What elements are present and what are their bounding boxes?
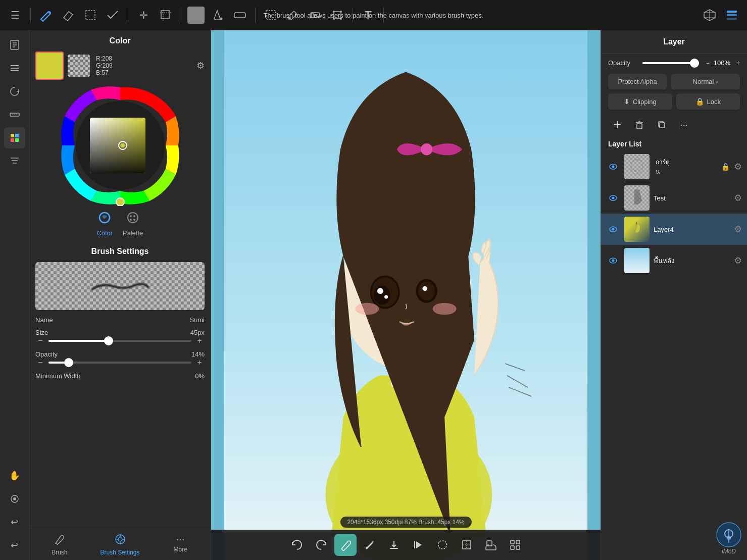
- svg-point-79: [433, 303, 457, 315]
- canvas-status-bar: 2048*1536px 350dpi 87% Brush: 45px 14%: [340, 517, 471, 528]
- svg-point-104: [612, 166, 615, 168]
- separator-3: [181, 8, 181, 23]
- brush-settings-section: Brush Settings ‹ › Name Sumi Size: [29, 247, 211, 391]
- add-layer-btn[interactable]: [608, 116, 626, 134]
- hand-tool-btn[interactable]: ✋: [4, 465, 25, 486]
- layer-visibility-4[interactable]: [606, 253, 620, 268]
- canvas-stamp-btn[interactable]: [480, 534, 502, 556]
- layer-visibility-2[interactable]: [606, 191, 620, 205]
- color-tab[interactable]: Color: [97, 211, 113, 237]
- layer-settings-2[interactable]: ⚙: [734, 192, 742, 203]
- secondary-color-swatch[interactable]: [68, 55, 90, 77]
- canvas-redo-btn[interactable]: [310, 534, 332, 556]
- canvas-eyedropper-btn[interactable]: [359, 534, 381, 556]
- svg-point-72: [374, 286, 390, 305]
- svg-point-56: [133, 219, 135, 221]
- more-layer-options-btn[interactable]: ···: [675, 116, 693, 134]
- size-thumb[interactable]: [104, 336, 113, 345]
- canvas-play-btn[interactable]: [407, 534, 429, 556]
- color-panel-btn[interactable]: [4, 127, 25, 148]
- color-fill-box[interactable]: [187, 7, 205, 24]
- layer-settings-1[interactable]: ⚙: [734, 161, 742, 172]
- layer-visibility-3[interactable]: [606, 222, 620, 236]
- svg-rect-33: [11, 134, 14, 137]
- canvas-brush-btn[interactable]: [334, 534, 357, 556]
- history-panel-btn[interactable]: [4, 81, 25, 102]
- selection-tool-icon[interactable]: [81, 6, 99, 24]
- canvas-lasso-btn[interactable]: [431, 534, 454, 556]
- color-settings-btn[interactable]: ⚙: [196, 60, 205, 71]
- 3d-icon[interactable]: [701, 6, 719, 24]
- move-tool-icon[interactable]: ✛: [134, 6, 153, 24]
- filter-panel-btn[interactable]: [4, 150, 25, 172]
- smear-tool-icon[interactable]: [231, 6, 249, 24]
- primary-color-swatch[interactable]: [35, 52, 64, 80]
- opacity-track[interactable]: [48, 362, 191, 364]
- brush-settings-tab-icon: [114, 533, 126, 548]
- brush-opacity-slider[interactable]: − +: [35, 358, 205, 367]
- brush-tab[interactable]: Brush: [29, 529, 90, 560]
- layer-visibility-1[interactable]: [606, 160, 620, 174]
- eyedropper-tool-btn[interactable]: [4, 488, 25, 510]
- layer-opacity-plus[interactable]: +: [736, 60, 740, 67]
- delete-layer-btn[interactable]: [630, 116, 649, 134]
- brush-size-slider[interactable]: − +: [35, 336, 205, 345]
- brush-size-minus[interactable]: −: [35, 336, 45, 345]
- layers-stack-icon[interactable]: [723, 6, 741, 24]
- menu-icon[interactable]: ☰: [6, 6, 24, 24]
- undo-btn[interactable]: ↩: [4, 512, 25, 533]
- eraser-tool-icon[interactable]: [59, 6, 77, 24]
- palette-tab-label: Palette: [123, 229, 143, 237]
- more-tab[interactable]: ··· More: [150, 529, 211, 560]
- layer-item[interactable]: การ์ตูน 🔒 ⚙: [601, 151, 747, 182]
- brush-tab-icon: [54, 533, 66, 548]
- layer-item[interactable]: Test ⚙: [601, 182, 747, 214]
- protect-alpha-btn[interactable]: Protect Alpha: [608, 74, 667, 89]
- more-tab-icon: ···: [176, 533, 185, 545]
- layer-thumbnail-3: [624, 217, 650, 242]
- imod-text: iMoD: [722, 548, 736, 555]
- layer-opacity-minus[interactable]: −: [706, 60, 710, 67]
- canvas-undo-btn[interactable]: [286, 534, 308, 556]
- ruler-panel-btn[interactable]: [4, 104, 25, 125]
- brush-size-plus[interactable]: +: [194, 336, 205, 345]
- color-wheel[interactable]: [60, 85, 181, 206]
- lock-btn[interactable]: 🔒 Lock: [676, 93, 740, 110]
- layer-thumbnail-1: [624, 154, 650, 179]
- layer-settings-3[interactable]: ⚙: [734, 224, 742, 235]
- document-panel-icon[interactable]: [4, 34, 25, 56]
- brush-settings-title: Brush Settings: [35, 247, 205, 256]
- canvas-save-btn[interactable]: [383, 534, 405, 556]
- layer-settings-4[interactable]: ⚙: [734, 255, 742, 266]
- brush-prev-btn[interactable]: ‹: [36, 278, 44, 294]
- left-panel: Color R:208 G:209 B:57 ⚙: [29, 30, 211, 560]
- canvas-grid-btn[interactable]: [504, 534, 526, 556]
- layer-opacity-thumb[interactable]: [690, 59, 699, 68]
- duplicate-layer-btn[interactable]: [653, 116, 671, 134]
- layer-item[interactable]: พื้นหลัง ⚙: [601, 245, 747, 276]
- canvas-area[interactable]: 2048*1536px 350dpi 87% Brush: 45px 14%: [211, 30, 601, 560]
- canvas-transform-btn[interactable]: [456, 534, 478, 556]
- layer-opacity-slider[interactable]: [642, 62, 699, 64]
- palette-tab[interactable]: Palette: [123, 211, 143, 237]
- confirm-icon[interactable]: [104, 6, 122, 24]
- brush-settings-tab[interactable]: Brush Settings: [90, 529, 151, 560]
- crop-tool-icon[interactable]: [157, 6, 175, 24]
- brush-tool-icon[interactable]: [37, 6, 55, 24]
- brush-opacity-row: Opacity 14% − +: [35, 350, 205, 367]
- layer-item[interactable]: Layer4 ⚙: [601, 214, 747, 245]
- opacity-thumb[interactable]: [64, 358, 73, 367]
- fill-tool-icon[interactable]: [209, 6, 227, 24]
- brush-opacity-minus[interactable]: −: [35, 358, 45, 367]
- normal-blend-btn[interactable]: Normal ›: [671, 74, 740, 89]
- layer-name-4: พื้นหลัง: [654, 256, 730, 266]
- brush-next-btn[interactable]: ›: [196, 278, 204, 294]
- svg-rect-85: [390, 548, 398, 549]
- redo-btn-left[interactable]: ↩: [4, 535, 25, 556]
- imod-logo: [716, 522, 742, 548]
- clipping-btn[interactable]: ⬇ Clipping: [608, 93, 672, 110]
- size-track[interactable]: [48, 340, 191, 342]
- brush-opacity-plus[interactable]: +: [194, 358, 205, 367]
- svg-point-58: [118, 537, 122, 541]
- layers-panel-btn[interactable]: [4, 58, 25, 79]
